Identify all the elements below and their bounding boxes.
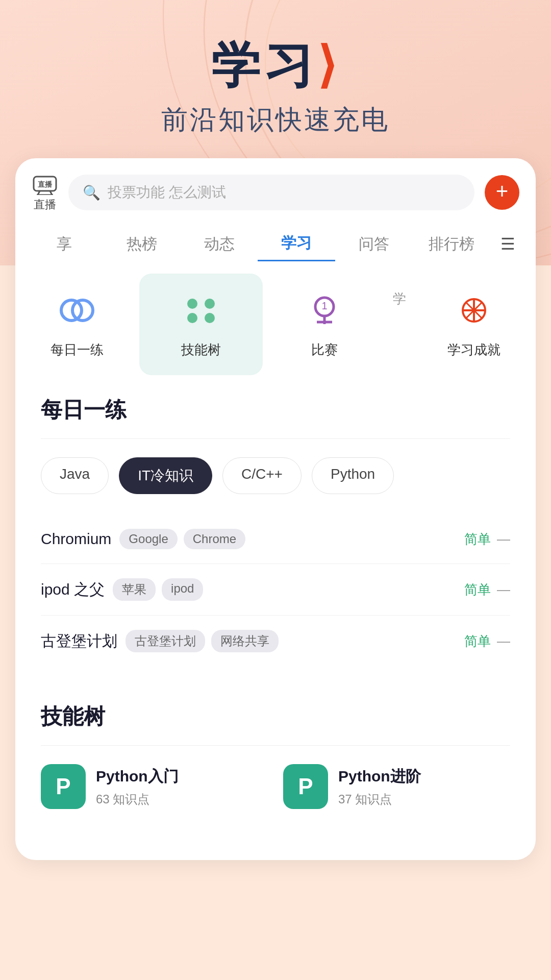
svg-point-14 bbox=[187, 313, 197, 323]
daily-label: 每日一练 bbox=[51, 341, 104, 359]
skill-tree-icon bbox=[181, 290, 221, 331]
quiz-tags-chromium: Google Chrome bbox=[119, 529, 456, 549]
quiz-tag-network-share: 网络共享 bbox=[211, 630, 279, 652]
search-input-wrap[interactable]: 🔍 投票功能 怎么测试 bbox=[68, 175, 474, 210]
quiz-tag-chrome: Chrome bbox=[184, 529, 245, 549]
contest-label: 比赛 bbox=[311, 341, 338, 359]
quiz-item-chromium[interactable]: Chromium Google Chrome 简单 — bbox=[41, 514, 510, 564]
feature-daily[interactable]: 每日一练 bbox=[15, 274, 139, 375]
skill-python-intro[interactable]: P Python入门 63 知识点 bbox=[41, 764, 268, 809]
skill-count-python-intro: 63 知识点 bbox=[96, 791, 179, 807]
logo-text: 学习 bbox=[211, 38, 317, 92]
quiz-difficulty-ipod: 简单 bbox=[464, 581, 491, 599]
quiz-tags-gutenberg: 古登堡计划 网络共享 bbox=[126, 630, 456, 652]
quiz-title-chromium: Chromium bbox=[41, 530, 111, 548]
svg-text:1: 1 bbox=[322, 300, 328, 311]
quiz-tag-gutenberg: 古登堡计划 bbox=[126, 630, 205, 652]
logo-accent: ⟩ bbox=[317, 41, 340, 90]
skill-icon-python-intro: P bbox=[41, 764, 86, 809]
quiz-title-gutenberg: 古登堡计划 bbox=[41, 631, 117, 652]
feature-study-partial[interactable]: 学 bbox=[387, 274, 412, 375]
app-tagline: 前沿知识快速充电 bbox=[0, 102, 551, 138]
daily-icon bbox=[57, 290, 97, 331]
quiz-meta-ipod: 简单 — bbox=[464, 581, 510, 599]
quiz-dash-gutenberg: — bbox=[497, 633, 510, 649]
cat-cpp[interactable]: C/C++ bbox=[222, 457, 302, 494]
feature-skill-tree[interactable]: 技能树 bbox=[139, 274, 263, 375]
nav-tab-hot[interactable]: 热榜 bbox=[103, 228, 181, 261]
live-label: 直播 bbox=[34, 197, 56, 212]
quiz-difficulty-chromium: 简单 bbox=[464, 530, 491, 548]
category-tags: Java IT冷知识 C/C++ Python bbox=[41, 457, 510, 494]
quiz-title-ipod: ipod 之父 bbox=[41, 579, 105, 600]
cat-it-cold[interactable]: IT冷知识 bbox=[119, 457, 212, 494]
nav-tab-qa[interactable]: 问答 bbox=[335, 228, 413, 261]
study-partial-label: 学 bbox=[393, 290, 406, 308]
quiz-meta-chromium: 简单 — bbox=[464, 530, 510, 548]
skill-section-title: 技能树 bbox=[41, 702, 510, 731]
features-row: 每日一练 技能树 bbox=[15, 261, 536, 375]
skill-tree-section: 技能树 P Python入门 63 知识点 P Python进阶 37 知识点 bbox=[15, 682, 536, 829]
skill-items: P Python入门 63 知识点 P Python进阶 37 知识点 bbox=[41, 764, 510, 809]
search-area: 直播 直播 🔍 投票功能 怎么测试 + bbox=[15, 158, 536, 212]
feature-contest[interactable]: 1 比赛 bbox=[263, 274, 387, 375]
plus-icon: + bbox=[496, 181, 509, 202]
skill-divider bbox=[41, 745, 510, 746]
quiz-tags-ipod: 苹果 ipod bbox=[113, 578, 456, 601]
quiz-tag-ipod: ipod bbox=[162, 578, 203, 601]
daily-section-title: 每日一练 bbox=[41, 396, 510, 424]
nav-tab-share[interactable]: 享 bbox=[26, 228, 103, 261]
svg-point-13 bbox=[205, 299, 215, 309]
quiz-tag-google: Google bbox=[119, 529, 177, 549]
header-area: 学习⟩ 前沿知识快速充电 bbox=[0, 0, 551, 158]
svg-text:直播: 直播 bbox=[38, 180, 53, 188]
skill-count-python-adv: 37 知识点 bbox=[338, 791, 421, 807]
skill-name-python-adv: Python进阶 bbox=[338, 766, 421, 787]
live-button[interactable]: 直播 直播 bbox=[32, 173, 58, 212]
page-bottom-pad bbox=[0, 860, 551, 901]
nav-menu-button[interactable]: ☰ bbox=[490, 228, 525, 260]
svg-point-12 bbox=[187, 299, 197, 309]
quiz-difficulty-gutenberg: 简单 bbox=[464, 632, 491, 650]
achievement-icon bbox=[454, 290, 494, 331]
add-button[interactable]: + bbox=[485, 175, 519, 210]
skill-info-python-adv: Python进阶 37 知识点 bbox=[338, 766, 421, 807]
quiz-item-ipod[interactable]: ipod 之父 苹果 ipod 简单 — bbox=[41, 564, 510, 616]
skill-info-python-intro: Python入门 63 知识点 bbox=[96, 766, 179, 807]
daily-practice-section: 每日一练 Java IT冷知识 C/C++ Python Chromium Go… bbox=[15, 375, 536, 682]
svg-point-15 bbox=[205, 313, 215, 323]
quiz-dash-ipod: — bbox=[497, 582, 510, 598]
cat-java[interactable]: Java bbox=[41, 457, 109, 494]
quiz-dash-chromium: — bbox=[497, 531, 510, 547]
live-icon: 直播 bbox=[32, 173, 58, 195]
skill-name-python-intro: Python入门 bbox=[96, 766, 179, 787]
daily-divider bbox=[41, 438, 510, 439]
contest-icon: 1 bbox=[304, 290, 345, 331]
skill-icon-python-adv: P bbox=[283, 764, 328, 809]
feature-achievement[interactable]: 学习成就 bbox=[412, 274, 536, 375]
nav-tabs: 享 热榜 动态 学习 问答 排行榜 ☰ bbox=[15, 212, 536, 261]
quiz-tag-apple: 苹果 bbox=[113, 578, 156, 601]
nav-tab-rank[interactable]: 排行榜 bbox=[413, 228, 490, 261]
nav-tab-dynamic[interactable]: 动态 bbox=[181, 228, 258, 261]
bottom-pad bbox=[15, 829, 536, 860]
skill-tree-label: 技能树 bbox=[181, 341, 221, 359]
search-icon: 🔍 bbox=[83, 184, 101, 201]
cat-python[interactable]: Python bbox=[312, 457, 394, 494]
main-card: 直播 直播 🔍 投票功能 怎么测试 + 享 热榜 动态 学习 问答 排行榜 ☰ bbox=[15, 158, 536, 860]
achievement-label: 学习成就 bbox=[447, 341, 500, 359]
quiz-item-gutenberg[interactable]: 古登堡计划 古登堡计划 网络共享 简单 — bbox=[41, 616, 510, 667]
quiz-meta-gutenberg: 简单 — bbox=[464, 632, 510, 650]
app-logo: 学习⟩ bbox=[211, 41, 340, 90]
nav-tab-study[interactable]: 学习 bbox=[258, 227, 335, 261]
search-placeholder: 投票功能 怎么测试 bbox=[108, 183, 226, 202]
skill-python-adv[interactable]: P Python进阶 37 知识点 bbox=[283, 764, 510, 809]
